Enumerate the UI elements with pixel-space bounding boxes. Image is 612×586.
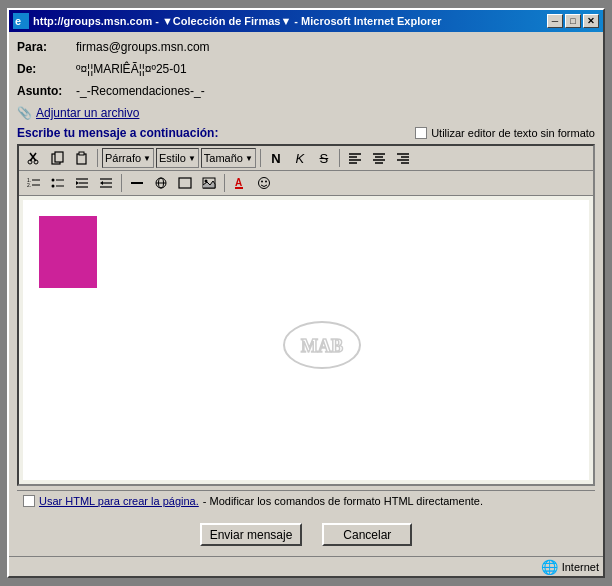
toolbar-row1: Párrafo ▼ Estilo ▼ Tamaño ▼ N K [19,146,593,171]
parrafo-label: Párrafo [105,152,141,164]
ordered-list-button[interactable]: 1. 2. [23,173,45,193]
tamanio-arrow: ▼ [245,154,253,163]
plain-text-checkbox[interactable] [415,127,427,139]
estilo-dropdown[interactable]: Estilo ▼ [156,148,199,168]
svg-text:e: e [15,15,21,27]
cut-button[interactable] [23,148,45,168]
use-html-link[interactable]: Usar HTML para crear la página. [39,495,199,507]
window-icon: e [13,13,29,29]
svg-marker-33 [76,181,79,185]
estilo-arrow: ▼ [188,154,196,163]
para-label: Para: [17,40,72,54]
svg-rect-7 [55,152,63,162]
parrafo-dropdown[interactable]: Párrafo ▼ [102,148,154,168]
tamanio-label: Tamaño [204,152,243,164]
svg-rect-42 [179,178,191,188]
italic-button[interactable]: K [289,148,311,168]
indent-button[interactable] [71,173,93,193]
editor-body[interactable]: MAB [23,200,589,480]
para-value: firmas@groups.msn.com [76,40,210,54]
main-window: e http://groups.msn.com - ▼Colección de … [7,8,605,578]
asunto-label: Asunto: [17,84,72,98]
bottom-buttons: Enviar mensaje Cancelar [17,515,595,550]
plain-text-label: Utilizar editor de texto sin formato [431,127,595,139]
parrafo-arrow: ▼ [143,154,151,163]
svg-text:2.: 2. [27,182,31,188]
send-button[interactable]: Enviar mensaje [200,523,303,546]
use-html-checkbox[interactable] [23,495,35,507]
para-row: Para: firmas@groups.msn.com [17,38,595,56]
title-bar-text: http://groups.msn.com - ▼Colección de Fi… [33,15,547,27]
font-color-button[interactable]: A [229,173,251,193]
close-button[interactable]: ✕ [583,14,599,28]
window-content: Para: firmas@groups.msn.com De: º¤¦¦MARl… [9,32,603,556]
separator2 [260,149,261,167]
bold-button[interactable]: N [265,148,287,168]
attach-row: 📎 Adjuntar un archivo [17,106,595,120]
estilo-label: Estilo [159,152,186,164]
paperclip-icon: 📎 [17,106,32,120]
box-button[interactable] [174,173,196,193]
de-row: De: º¤¦¦MARlÊÃ¦¦¤º25-01 [17,60,595,78]
maximize-button[interactable]: □ [565,14,581,28]
separator1 [97,149,98,167]
svg-text:MAB: MAB [301,336,343,356]
de-value: º¤¦¦MARlÊÃ¦¦¤º25-01 [76,62,187,76]
outdent-button[interactable] [95,173,117,193]
image-button[interactable] [198,173,220,193]
bottom-strip: Usar HTML para crear la página. - Modifi… [17,490,595,511]
use-html-description: - Modificar los comandos de formato HTML… [203,495,483,507]
separator4 [121,174,122,192]
status-zone: Internet [562,561,599,573]
separator5 [224,174,225,192]
separator3 [339,149,340,167]
watermark: MAB [282,320,362,370]
paste-button[interactable] [71,148,93,168]
message-label: Escribe tu mensaje a continuación: [17,126,218,140]
unordered-list-button[interactable] [47,173,69,193]
link-button[interactable] [150,173,172,193]
svg-point-28 [52,185,55,188]
internet-icon: 🌐 [541,559,558,575]
align-left-button[interactable] [344,148,366,168]
toolbar-row2: 1. 2. [19,171,593,196]
align-right-button[interactable] [392,148,414,168]
message-label-row: Escribe tu mensaje a continuación: Utili… [17,126,595,140]
smiley-button[interactable] [253,173,275,193]
status-right: 🌐 Internet [541,559,599,575]
svg-rect-46 [235,187,243,189]
editor-container: Párrafo ▼ Estilo ▼ Tamaño ▼ N K [17,144,595,486]
svg-point-49 [265,181,267,183]
svg-point-48 [261,181,263,183]
svg-point-26 [52,179,55,182]
svg-rect-9 [79,152,84,155]
minimize-button[interactable]: ─ [547,14,563,28]
strike-button[interactable]: S [313,148,335,168]
title-bar-buttons: ─ □ ✕ [547,14,599,28]
cancel-button[interactable]: Cancelar [322,523,412,546]
asunto-row: Asunto: -_-Recomendaciones-_- [17,82,595,100]
align-center-button[interactable] [368,148,390,168]
copy-button[interactable] [47,148,69,168]
status-bar: 🌐 Internet [9,556,603,576]
attach-link[interactable]: Adjuntar un archivo [36,106,139,120]
title-bar: e http://groups.msn.com - ▼Colección de … [9,10,603,32]
hr-button[interactable] [126,173,148,193]
de-label: De: [17,62,72,76]
svg-text:A: A [235,177,242,188]
tamanio-dropdown[interactable]: Tamaño ▼ [201,148,256,168]
color-block [39,216,97,288]
asunto-value: -_-Recomendaciones-_- [76,84,205,98]
plain-text-row: Utilizar editor de texto sin formato [415,127,595,139]
svg-marker-37 [100,181,103,185]
